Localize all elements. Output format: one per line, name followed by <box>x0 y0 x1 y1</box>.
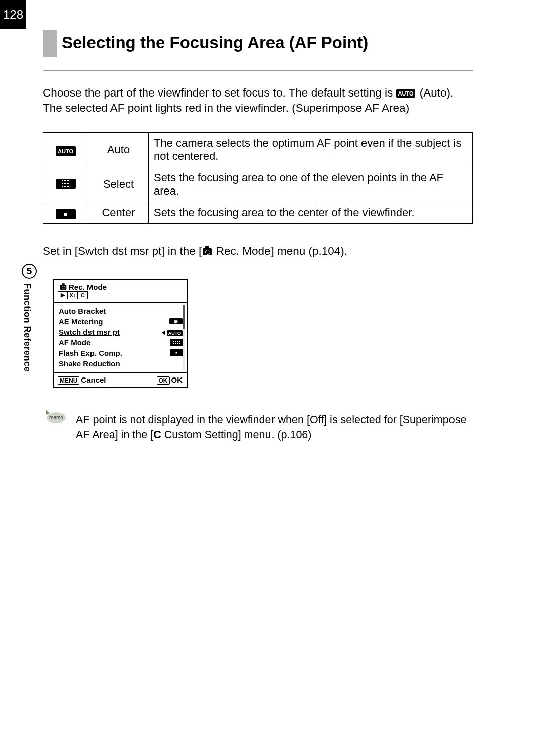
menu-item: Auto Bracket <box>54 306 187 316</box>
menu-item-label: Flash Exp. Comp. <box>59 349 122 357</box>
select-mode-icon <box>56 179 76 189</box>
menu-footer: MENUCancel OKOK <box>54 372 187 387</box>
menu-title-row: Rec. Mode ▶ X↓ C <box>54 280 187 303</box>
select-value-icon <box>170 339 183 346</box>
menu-ok-label: OK <box>171 375 183 384</box>
table-row: Center Sets the focusing area to the cen… <box>43 202 473 223</box>
menu-tab: X↓ <box>68 291 78 299</box>
menu-tab: ▶ <box>58 291 68 299</box>
auto-value-icon: AUTO <box>167 330 183 336</box>
menu-item-label: Shake Reduction <box>59 359 120 368</box>
menu-item-selected: Swtch dst msr pt AUTO <box>54 327 187 337</box>
custom-c-label: C <box>153 429 161 441</box>
auto-badge-icon: AUTO <box>396 89 416 98</box>
chapter-number: 5 <box>22 264 37 279</box>
table-row: Select Sets the focusing area to one of … <box>43 167 473 202</box>
menu-item-label: Auto Bracket <box>59 307 106 315</box>
menu-body: Auto Bracket AE Metering ◉ Swtch dst msr… <box>54 303 187 372</box>
chapter-tab: 5 Function Reference <box>22 264 37 372</box>
mode-label: Select <box>88 167 149 202</box>
menu-item-label: Swtch dst msr pt <box>59 328 120 336</box>
intro-line1a: Choose the part of the viewfinder to set… <box>43 86 396 99</box>
auto-mode-icon: AUTO <box>56 146 76 156</box>
ok-button-box: OK <box>157 376 170 385</box>
menu-item: AF Mode <box>54 337 187 348</box>
mode-icon-cell <box>43 167 88 202</box>
memo-text: AF point is not displayed in the viewfin… <box>76 412 473 442</box>
menu-footer-cancel: MENUCancel <box>58 375 106 385</box>
title-accent <box>43 30 57 57</box>
memo-text-b: Custom Setting] menu. (p.106) <box>161 429 312 441</box>
menu-title: Rec. Mode <box>58 282 107 291</box>
title-bar: Selecting the Focusing Area (AF Point) <box>43 30 473 57</box>
menu-item: Shake Reduction <box>54 358 187 369</box>
page-title: Selecting the Focusing Area (AF Point) <box>62 30 473 57</box>
modes-table: AUTO Auto The camera selects the optimum… <box>43 132 473 224</box>
arrow-left-icon <box>162 330 165 335</box>
menu-item: Flash Exp. Comp. <box>54 348 187 358</box>
center-value-icon <box>170 349 183 356</box>
menu-value: AUTO <box>162 328 183 336</box>
chapter-label: Function Reference <box>22 283 32 372</box>
title-underline <box>43 70 473 71</box>
menu-item: AE Metering ◉ <box>54 316 187 327</box>
page-number: 128 <box>0 0 26 29</box>
menu-item-label: AF Mode <box>59 338 90 347</box>
menu-screenshot: Rec. Mode ▶ X↓ C Auto Bracket AE Meterin… <box>53 279 188 388</box>
setin-b: Rec. Mode] menu (p.104). <box>213 245 347 257</box>
menu-button-box: MENU <box>58 376 79 385</box>
menu-tabs: ▶ X↓ C <box>58 291 184 299</box>
memo-bubble: memo <box>47 412 66 423</box>
metering-icon: ◉ <box>169 318 183 324</box>
memo-block: memo AF point is not displayed in the vi… <box>47 412 473 442</box>
center-mode-icon <box>56 209 76 219</box>
camera-icon <box>203 248 212 255</box>
menu-item-label: AE Metering <box>59 317 103 326</box>
mode-label: Center <box>88 202 149 223</box>
content-area: Selecting the Focusing Area (AF Point) C… <box>43 30 473 442</box>
menu-title-text: Rec. Mode <box>69 282 107 291</box>
intro-line2: The selected AF point lights red in the … <box>43 102 409 114</box>
scrollbar-thumb <box>183 305 185 329</box>
mode-icon-cell: AUTO <box>43 132 88 167</box>
menu-tab: C <box>78 291 88 299</box>
mode-desc: Sets the focusing area to the center of … <box>149 202 473 223</box>
camera-icon <box>60 285 67 290</box>
memo-icon: memo <box>47 412 67 423</box>
setin-a: Set in [Swtch dst msr pt] in the [ <box>43 245 202 257</box>
menu-cancel-label: Cancel <box>81 375 106 384</box>
menu-footer-ok: OKOK <box>157 375 183 385</box>
table-row: AUTO Auto The camera selects the optimum… <box>43 132 473 167</box>
menu-scrollbar <box>183 305 185 370</box>
set-in-paragraph: Set in [Swtch dst msr pt] in the [ Rec. … <box>43 245 473 258</box>
mode-icon-cell <box>43 202 88 223</box>
mode-desc: Sets the focusing area to one of the ele… <box>149 167 473 202</box>
mode-label: Auto <box>88 132 149 167</box>
intro-line1b: (Auto). <box>420 86 454 99</box>
intro-paragraph: Choose the part of the viewfinder to set… <box>43 85 473 116</box>
select-dots-icon <box>62 179 69 188</box>
page: 128 5 Function Reference Selecting the F… <box>0 0 543 756</box>
mode-desc: The camera selects the optimum AF point … <box>149 132 473 167</box>
